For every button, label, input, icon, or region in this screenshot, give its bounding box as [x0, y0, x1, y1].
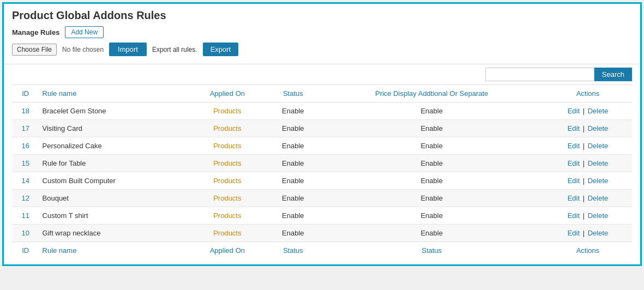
cell-actions: Edit | Delete: [544, 155, 632, 172]
cell-actions: Edit | Delete: [544, 137, 632, 155]
delete-link[interactable]: Delete: [588, 177, 609, 185]
cell-status: Enable: [266, 120, 320, 137]
footer-applied-on: Applied On: [188, 242, 266, 259]
cell-name: Custom T shirt: [39, 207, 189, 225]
footer-price-display: Status: [320, 242, 543, 259]
cell-price-display: Enable: [320, 225, 543, 242]
table-body: 18 Bracelet Gem Stone Products Enable En…: [12, 102, 632, 242]
cell-name: Gift wrap necklace: [39, 225, 189, 242]
delete-link[interactable]: Delete: [588, 142, 609, 150]
action-separator: |: [583, 177, 587, 185]
cell-status: Enable: [266, 207, 320, 225]
cell-price-display: Enable: [320, 207, 543, 225]
manage-rules-row: Manage Rules Add New: [12, 26, 632, 38]
action-separator: |: [583, 142, 587, 150]
edit-link[interactable]: Edit: [568, 159, 580, 167]
col-header-actions: Actions: [544, 85, 632, 102]
cell-id: 12: [12, 190, 39, 207]
cell-name: Rule for Table: [39, 155, 189, 172]
edit-link[interactable]: Edit: [568, 124, 580, 132]
page-title: Product Global Addons Rules: [12, 9, 632, 22]
cell-applied-on: Products: [188, 172, 266, 190]
action-separator: |: [583, 124, 587, 132]
manage-rules-label: Manage Rules: [12, 28, 59, 37]
search-input[interactable]: [485, 68, 594, 81]
delete-link[interactable]: Delete: [588, 229, 609, 237]
footer-actions: Actions: [544, 242, 632, 259]
cell-id: 15: [12, 155, 39, 172]
table-footer-row: ID Rule name Applied On Status Status Ac…: [12, 242, 632, 259]
col-header-rule-name: Rule name: [39, 85, 189, 102]
delete-link[interactable]: Delete: [588, 212, 609, 220]
cell-applied-on: Products: [188, 190, 266, 207]
cell-price-display: Enable: [320, 120, 543, 137]
edit-link[interactable]: Edit: [568, 194, 580, 202]
cell-id: 16: [12, 137, 39, 155]
search-button[interactable]: Search: [594, 68, 632, 81]
table-header-row: ID Rule name Applied On Status Price Dis…: [12, 85, 632, 102]
cell-price-display: Enable: [320, 137, 543, 155]
col-header-id: ID: [12, 85, 39, 102]
cell-status: Enable: [266, 225, 320, 242]
cell-status: Enable: [266, 102, 320, 120]
delete-link[interactable]: Delete: [588, 124, 609, 132]
cell-applied-on: Products: [188, 120, 266, 137]
cell-actions: Edit | Delete: [544, 207, 632, 225]
cell-id: 18: [12, 102, 39, 120]
cell-name: Custom Built Computer: [39, 172, 189, 190]
table-row: 14 Custom Built Computer Products Enable…: [12, 172, 632, 190]
cell-applied-on: Products: [188, 155, 266, 172]
edit-link[interactable]: Edit: [568, 107, 580, 115]
action-separator: |: [583, 159, 587, 167]
cell-actions: Edit | Delete: [544, 120, 632, 137]
table-row: 12 Bouquet Products Enable Enable Edit |…: [12, 190, 632, 207]
action-separator: |: [583, 212, 587, 220]
delete-link[interactable]: Delete: [588, 107, 609, 115]
export-button[interactable]: Export: [203, 43, 239, 56]
table-row: 16 Personalized Cake Products Enable Ena…: [12, 137, 632, 155]
cell-name: Bouquet: [39, 190, 189, 207]
cell-price-display: Enable: [320, 102, 543, 120]
footer-rule-name: Rule name: [39, 242, 189, 259]
edit-link[interactable]: Edit: [568, 142, 580, 150]
export-all-label: Export all rules.: [152, 46, 197, 53]
action-separator: |: [583, 194, 587, 202]
page-header: Product Global Addons Rules Manage Rules…: [4, 4, 640, 64]
no-file-text: No file chosen: [62, 46, 104, 53]
cell-id: 11: [12, 207, 39, 225]
choose-file-button[interactable]: Choose File: [12, 44, 57, 56]
cell-name: Personalized Cake: [39, 137, 189, 155]
table-row: 18 Bracelet Gem Stone Products Enable En…: [12, 102, 632, 120]
cell-id: 14: [12, 172, 39, 190]
cell-actions: Edit | Delete: [544, 172, 632, 190]
table-row: 17 Visiting Card Products Enable Enable …: [12, 120, 632, 137]
cell-price-display: Enable: [320, 155, 543, 172]
import-row: Choose File No file chosen Import Export…: [12, 43, 632, 56]
footer-id: ID: [12, 242, 39, 259]
col-header-status: Status: [266, 85, 320, 102]
cell-status: Enable: [266, 190, 320, 207]
cell-actions: Edit | Delete: [544, 225, 632, 242]
search-row: Search: [4, 64, 640, 84]
edit-link[interactable]: Edit: [568, 177, 580, 185]
delete-link[interactable]: Delete: [588, 194, 609, 202]
edit-link[interactable]: Edit: [568, 212, 580, 220]
footer-status: Status: [266, 242, 320, 259]
cell-status: Enable: [266, 172, 320, 190]
import-button[interactable]: Import: [109, 43, 147, 56]
cell-applied-on: Products: [188, 102, 266, 120]
col-header-applied-on: Applied On: [188, 85, 266, 102]
add-new-button[interactable]: Add New: [65, 26, 104, 38]
cell-applied-on: Products: [188, 207, 266, 225]
cell-price-display: Enable: [320, 190, 543, 207]
page-wrapper: Product Global Addons Rules Manage Rules…: [2, 2, 642, 266]
edit-link[interactable]: Edit: [568, 229, 580, 237]
cell-id: 10: [12, 225, 39, 242]
cell-id: 17: [12, 120, 39, 137]
cell-price-display: Enable: [320, 172, 543, 190]
cell-status: Enable: [266, 137, 320, 155]
table-row: 15 Rule for Table Products Enable Enable…: [12, 155, 632, 172]
cell-name: Visiting Card: [39, 120, 189, 137]
delete-link[interactable]: Delete: [588, 159, 609, 167]
table-row: 11 Custom T shirt Products Enable Enable…: [12, 207, 632, 225]
